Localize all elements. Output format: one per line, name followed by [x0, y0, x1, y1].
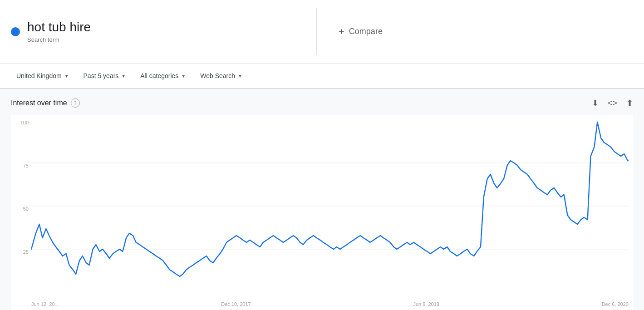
header: hot tub hire Search term + Compare: [0, 0, 644, 64]
region-filter[interactable]: United Kingdom ▼: [11, 69, 74, 83]
download-icon[interactable]: ⬇: [592, 98, 599, 108]
x-label-1: Dec 10, 2017: [221, 301, 251, 307]
filters-bar: United Kingdom ▼ Past 5 years ▼ All cate…: [0, 64, 644, 89]
x-label-3: Dec 6, 2020: [602, 301, 629, 307]
x-label-0: Jun 12, 20...: [31, 301, 59, 307]
y-label-75: 75: [23, 163, 29, 168]
search-type-label: Web Search: [200, 72, 235, 79]
category-filter[interactable]: All categories ▼: [135, 69, 191, 83]
section-title: Interest over time: [11, 99, 67, 107]
search-type-chevron-icon: ▼: [238, 74, 242, 79]
content-area: Interest over time ? ⬇ <> ⬆ 100 75 50 25: [0, 89, 644, 310]
region-chevron-icon: ▼: [64, 74, 69, 79]
share-icon[interactable]: ⬆: [626, 98, 633, 108]
category-chevron-icon: ▼: [181, 74, 186, 79]
x-axis-labels: Jun 12, 20... Dec 10, 2017 Jun 9, 2019 D…: [31, 301, 629, 307]
search-term-subtitle: Search term: [27, 36, 91, 43]
category-label: All categories: [140, 72, 178, 79]
help-icon[interactable]: ?: [71, 98, 80, 108]
time-range-label: Past 5 years: [84, 72, 119, 79]
chart-container: 100 75 50 25 Jun 12, 20... Dec 10, 2017 …: [11, 115, 633, 310]
region-label: United Kingdom: [16, 72, 62, 79]
x-label-2: Jun 9, 2019: [413, 301, 439, 307]
section-header: Interest over time ? ⬇ <> ⬆: [11, 98, 633, 108]
trend-chart-svg: [31, 120, 629, 292]
embed-icon[interactable]: <>: [608, 98, 617, 108]
compare-plus-icon: +: [339, 26, 344, 38]
y-label-50: 50: [23, 206, 29, 212]
section-title-area: Interest over time ?: [11, 98, 80, 108]
color-dot: [11, 27, 20, 36]
y-axis-labels: 100 75 50 25: [11, 120, 31, 292]
trend-line: [31, 122, 629, 276]
search-term-title: hot tub hire: [27, 20, 91, 34]
time-range-chevron-icon: ▼: [121, 74, 126, 79]
search-term-text: hot tub hire Search term: [27, 20, 91, 43]
search-term-area: hot tub hire Search term: [11, 8, 317, 55]
time-range-filter[interactable]: Past 5 years ▼: [78, 69, 132, 83]
search-type-filter[interactable]: Web Search ▼: [195, 69, 248, 83]
toolbar-icons: ⬇ <> ⬆: [592, 98, 633, 108]
compare-label: Compare: [349, 27, 383, 36]
compare-area[interactable]: + Compare: [317, 26, 633, 38]
chart-svg-area: [31, 120, 629, 292]
y-label-100: 100: [20, 120, 29, 125]
y-label-25: 25: [23, 249, 29, 255]
